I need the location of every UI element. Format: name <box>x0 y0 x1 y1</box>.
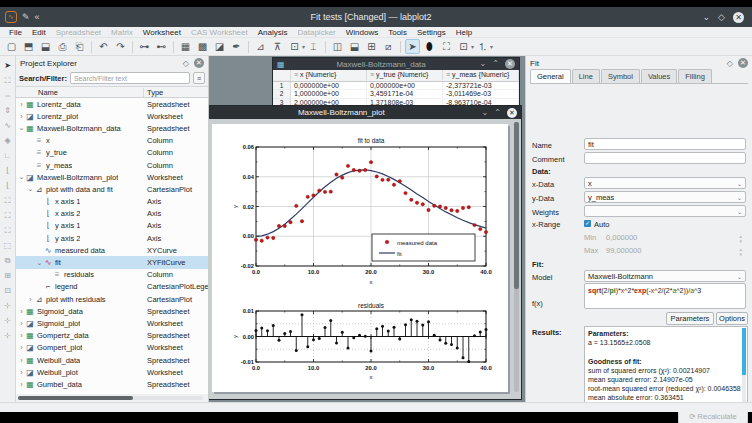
tree-row-y-axis-1[interactable]: ⌊y axis 1Axis <box>16 220 208 232</box>
column-header-name[interactable]: Name <box>16 88 144 97</box>
add-plot-icon[interactable]: ⊞ <box>2 268 14 283</box>
auto-checkbox[interactable]: ✓ <box>584 220 591 227</box>
undo-icon[interactable]: ↶ <box>96 39 111 54</box>
menu-analysis[interactable]: Analysis <box>253 28 293 37</box>
menu-help[interactable]: Help <box>451 28 477 37</box>
tree-row-y-meas[interactable]: ≡y_measColumn <box>16 159 208 171</box>
close-view-icon[interactable]: ⧄ <box>381 39 396 54</box>
export-region-icon[interactable]: ⧉ <box>2 253 14 268</box>
collapse-arrow-icon[interactable]: ⌄ <box>36 259 43 267</box>
spreadsheet-cell[interactable]: 1,000000e+00 <box>291 90 367 98</box>
close-panel-icon[interactable]: ✕ <box>738 58 748 68</box>
tree-horizontal-scrollbar[interactable] <box>18 396 203 400</box>
zoom-out-icon[interactable]: ⛶ <box>2 208 14 223</box>
collapse-arrow-icon[interactable]: ⌄ <box>18 173 25 181</box>
spreadsheet-row[interactable]: 21,000000e+003,459171e-04-3,011469e-03 <box>273 90 519 98</box>
maximize-window-icon[interactable]: ⌃ <box>494 108 501 118</box>
close-icon[interactable]: ✕ <box>733 12 744 23</box>
menu-settings[interactable]: Settings <box>412 28 451 37</box>
menu-windows[interactable]: Windows <box>341 28 383 37</box>
results-scrollbar[interactable] <box>742 328 746 406</box>
worksheet-vertical-scrollbar[interactable] <box>514 122 519 392</box>
data-picker-icon[interactable]: ◈ <box>2 133 14 148</box>
spreadsheet-cell[interactable]: -2,373721e-03 <box>443 82 519 90</box>
close-panel-icon[interactable]: ✕ <box>194 58 204 68</box>
import-icon[interactable]: ⊼ <box>270 39 285 54</box>
spreadsheet-cell[interactable]: 0,000000e+00 <box>291 82 367 90</box>
new-matrix-icon[interactable]: ▩ <box>195 39 210 54</box>
redo-icon[interactable]: ↷ <box>113 39 128 54</box>
tree-row-weibull-plot[interactable]: ›◪Weibull_plotWorksheet <box>16 366 208 378</box>
tree-row-residuals[interactable]: ≡residualsColumn <box>16 269 208 281</box>
fit-selection-icon[interactable]: ⌶ <box>306 39 321 54</box>
tree-row-x-axis-2[interactable]: ⌊x axis 2Axis <box>16 208 208 220</box>
zoom-in-icon[interactable]: ⛶ <box>2 193 14 208</box>
spreadsheet-grid[interactable]: ≡x {Numeric}≡y_true {Numeric}≡y_meas {Nu… <box>273 70 519 105</box>
tab-line[interactable]: Line <box>572 69 600 83</box>
filter-options-button[interactable]: ≡ <box>193 72 205 84</box>
maximize-icon[interactable]: ◇ <box>718 11 725 23</box>
new-folder-icon[interactable]: ⊶ <box>137 39 152 54</box>
chevron-down-icon[interactable]: ▾ <box>302 43 305 50</box>
results-box[interactable]: Parameters:a = 13.1565±2.0508 Goodness o… <box>584 326 748 406</box>
menu-worksheet[interactable]: Worksheet <box>138 28 186 37</box>
spreadsheet-cell[interactable]: 3,459171e-04 <box>367 90 443 98</box>
float-panel-icon[interactable]: ◇ <box>183 59 189 68</box>
tree-row-legend[interactable]: ⌐legendCartesianPlotLegend <box>16 281 208 293</box>
expand-arrow-icon[interactable]: › <box>18 381 25 388</box>
residuals-plot[interactable]: residuals0.010.020.030.040.0-0.010.000.0… <box>229 300 496 383</box>
split-horizontal-icon[interactable]: ⬓ <box>347 39 362 54</box>
zoom-y-icon[interactable]: ⇕ <box>2 103 14 118</box>
split-grid-icon[interactable]: ⊞ <box>364 39 379 54</box>
expand-arrow-icon[interactable]: › <box>18 357 25 364</box>
column-header-x-numeric-[interactable]: ≡x {Numeric} <box>291 70 367 81</box>
y-data-combobox[interactable]: y_meas⌄ <box>584 191 746 203</box>
tab-filling[interactable]: Filling <box>678 69 712 83</box>
tree-row-measured-data[interactable]: ∿measured dataXYCurve <box>16 244 208 256</box>
snap-icon[interactable]: ⊡ <box>2 283 14 298</box>
column-header-type[interactable]: Type <box>144 88 208 97</box>
shade-window-icon[interactable]: ⌄ <box>482 108 489 118</box>
close-window-icon[interactable]: ✕ <box>505 59 515 69</box>
pan-zoom-icon[interactable]: ⬮ <box>422 39 437 54</box>
parameters-button[interactable]: Parameters <box>666 312 714 325</box>
zoom-origin-icon[interactable]: ⛶ <box>2 223 14 238</box>
spreadsheet-cell[interactable]: 0,000000e+00 <box>367 82 443 90</box>
zoom-fit-icon[interactable]: ⊡ <box>456 39 471 54</box>
search-input[interactable] <box>70 72 190 84</box>
tab-values[interactable]: Values <box>641 69 677 83</box>
open-project-icon[interactable]: ⬒ <box>21 39 36 54</box>
print-icon[interactable]: ⎙ <box>55 39 70 54</box>
tree-row-gompertz-data[interactable]: ›▦Gompertz_dataSpreadsheet <box>16 330 208 342</box>
float-panel-icon[interactable]: ◇ <box>727 59 733 68</box>
zoom-x-icon[interactable]: ⇔ <box>2 88 14 103</box>
menu-tools[interactable]: Tools <box>383 28 412 37</box>
tree-row-fit[interactable]: ⌄∿fitXYFitCurve <box>16 256 208 268</box>
tree-row-sigmoid-data[interactable]: ›▦Sigmoid_dataSpreadsheet <box>16 305 208 317</box>
tab-general[interactable]: General <box>530 69 571 83</box>
chevron-down-icon[interactable]: ▾ <box>490 43 493 50</box>
axis-icon[interactable]: ∟ <box>2 148 14 163</box>
plot-area-icon[interactable]: ⌊ <box>2 163 14 178</box>
tree-row-y-true[interactable]: ≡y_trueColumn <box>16 147 208 159</box>
tree-row-y-axis-2[interactable]: ⌊y axis 2Axis <box>16 232 208 244</box>
expand-arrow-icon[interactable]: › <box>18 113 25 120</box>
column-header-y-meas-numeric-[interactable]: ≡y_meas {Numeric} <box>443 70 519 81</box>
options-button[interactable]: Options <box>716 312 748 325</box>
close-window-icon[interactable]: ✕ <box>507 108 517 118</box>
labplot-app-icon[interactable]: ∿ <box>5 11 17 23</box>
shift-left-icon[interactable]: ⊹ <box>2 298 14 313</box>
expand-arrow-icon[interactable]: › <box>18 320 25 327</box>
minimize-icon[interactable]: ⌄ <box>703 11 711 23</box>
x-data-combobox[interactable]: x⌄ <box>584 177 746 189</box>
legend-icon[interactable]: ⌊ <box>2 178 14 193</box>
spreadsheet-header-row[interactable]: ≡x {Numeric}≡y_true {Numeric}≡y_meas {Nu… <box>273 70 519 82</box>
new-spreadsheet-icon[interactable]: ▦ <box>178 39 193 54</box>
menu-file[interactable]: File <box>4 28 27 37</box>
spreadsheet-cell[interactable]: -3,011469e-03 <box>443 90 519 98</box>
new-workbook-icon[interactable]: ⊷ <box>154 39 169 54</box>
expand-arrow-icon[interactable]: › <box>27 296 34 303</box>
expand-arrow-icon[interactable]: › <box>18 369 25 376</box>
spreadsheet-window-titlebar[interactable]: ▦ Maxwell-Boltzmann_data ⌄ ⌃ ✕ <box>273 58 519 70</box>
formula-field[interactable]: sqrt(2/pi)*x^2*exp(-x^2/(2*a^2))/a^3 <box>584 283 746 309</box>
